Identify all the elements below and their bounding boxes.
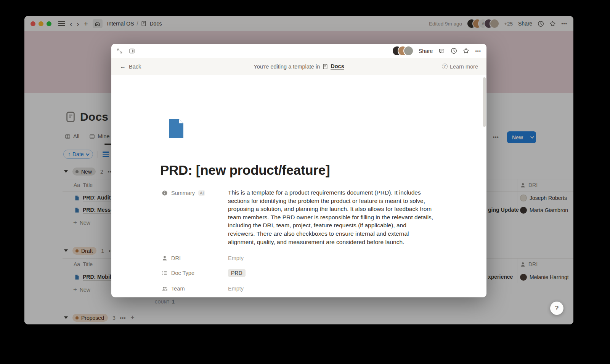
people-icon (162, 286, 168, 292)
doc-type-tag[interactable]: PRD (228, 269, 246, 277)
info-icon (162, 190, 168, 196)
back-button[interactable]: ← Back (120, 63, 141, 70)
modal-collaborator-avatars[interactable] (393, 46, 413, 55)
team-value[interactable]: Empty (228, 284, 244, 293)
learn-more-button[interactable]: ? Learn more (442, 64, 478, 70)
more-options-icon[interactable]: ••• (475, 48, 481, 54)
template-page-icon[interactable] (167, 118, 186, 139)
property-summary[interactable]: Summary AI (162, 188, 205, 198)
banner-message: You're editing a template in Docs (111, 63, 486, 70)
history-clock-icon[interactable] (451, 48, 457, 54)
favorite-star-icon[interactable] (463, 48, 469, 54)
modal-share-button[interactable]: Share (419, 48, 433, 54)
doc-icon (322, 64, 328, 70)
blue-page-icon (167, 118, 186, 139)
back-label: Back (129, 64, 141, 70)
template-banner: ← Back You're editing a template in Docs… (111, 58, 486, 75)
notion-window: ‹ › + Internal OS / Docs Edited 9m ago A (24, 16, 573, 324)
modal-scrollbar[interactable] (483, 77, 486, 127)
screen: ‹ › + Internal OS / Docs Edited 9m ago A (0, 0, 610, 364)
property-team[interactable]: Team (162, 284, 185, 293)
side-peek-icon[interactable] (129, 48, 135, 54)
property-label: DRI (171, 255, 181, 261)
property-label: Team (171, 286, 185, 292)
property-label: Summary (171, 190, 195, 196)
banner-text: You're editing a template in (254, 64, 320, 70)
banner-database-link[interactable]: Docs (331, 63, 344, 70)
learn-more-label: Learn more (450, 64, 478, 70)
property-label: Doc Type (171, 270, 194, 276)
property-dri[interactable]: DRI (162, 254, 181, 263)
person-icon (162, 255, 168, 261)
comments-icon[interactable] (438, 48, 445, 54)
avatar (404, 46, 413, 55)
left-arrow-icon: ← (120, 63, 126, 70)
modal-header: Share ••• (111, 44, 486, 58)
help-circle-icon: ? (442, 64, 448, 69)
summary-value[interactable]: This is a template for a product require… (228, 188, 434, 246)
ai-badge: AI (198, 190, 205, 196)
modal-header-actions: Share ••• (393, 46, 481, 55)
template-title[interactable]: PRD: [new product/feature] (160, 163, 330, 178)
expand-icon[interactable] (117, 48, 123, 54)
bulleted-list-icon (162, 270, 168, 276)
doc-type-value[interactable]: PRD (228, 268, 246, 278)
property-doc-type[interactable]: Doc Type (162, 268, 194, 278)
template-editor-modal: Share ••• ← Back You're editing a templa… (111, 44, 486, 297)
help-button[interactable]: ? (550, 302, 563, 315)
dri-value[interactable]: Empty (228, 254, 244, 263)
